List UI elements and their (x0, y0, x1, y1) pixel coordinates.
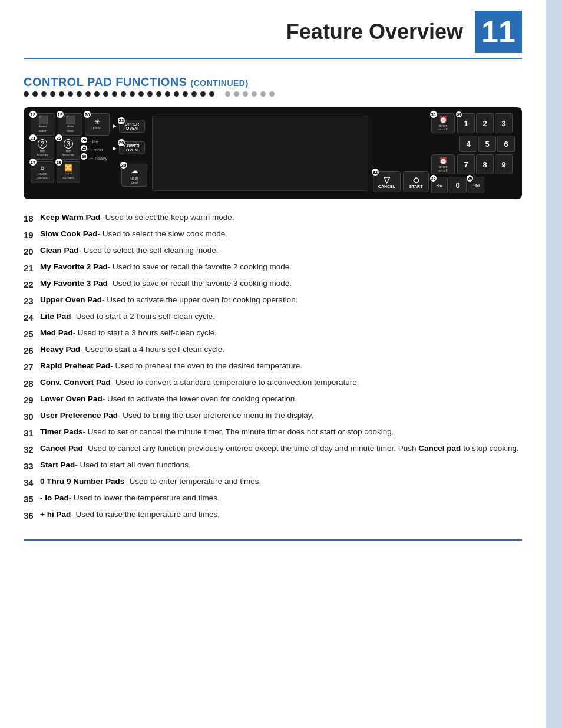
feature-item-35: 35 - lo Pad- Used to lower the temperatu… (24, 493, 522, 505)
feature-item-22: 22 My Favorite 3 Pad- Used to save or re… (24, 278, 522, 291)
pad-19[interactable]: 19 ⬛ slowcook (58, 113, 82, 136)
pad-28[interactable]: 28 🔀 convconvert (57, 161, 80, 183)
dots-divider (24, 91, 522, 97)
page-title: Feature Overview (24, 19, 475, 44)
feature-item-32: 32 Cancel Pad- Used to cancel any functi… (24, 443, 522, 456)
numpad-1[interactable]: 34 1 (457, 113, 475, 133)
numpad-8[interactable]: 8 (476, 154, 494, 174)
control-panel-diagram: 18 ⬛ keepwarm 19 ⬛ slowcook 20 ✳ clean (24, 107, 522, 199)
feature-item-25: 25 Med Pad- Used to start a 3 hours self… (24, 328, 522, 340)
page-number: 11 (475, 11, 522, 53)
sidebar-decoration (546, 0, 562, 728)
feature-list: 18 Keep Warm Pad- Used to select the kee… (24, 212, 522, 522)
pad-31-top[interactable]: 31 ⏰ timeron-off (431, 113, 455, 133)
numpad-4[interactable]: 4 (459, 136, 477, 152)
feature-item-33: 33 Start Pad- Used to start all oven fun… (24, 460, 522, 472)
pad-31-bottom[interactable]: ⏰ timeron-off (431, 154, 455, 174)
feature-item-20: 20 Clean Pad- Used to select the self-cl… (24, 245, 522, 258)
panel-display (152, 116, 368, 191)
numpad-7[interactable]: 7 (457, 154, 475, 174)
feature-item-28: 28 Conv. Convert Pad- Used to convert a … (24, 377, 522, 390)
pad-22[interactable]: 22 3 myfavorite (57, 137, 80, 160)
numpad-9[interactable]: 9 (495, 154, 513, 174)
feature-item-31: 31 Timer Pads- Used to set or cancel the… (24, 427, 522, 439)
feature-item-19: 19 Slow Cook Pad- Used to select the slo… (24, 229, 522, 241)
numpad-5[interactable]: 5 (478, 136, 496, 152)
pad-30[interactable]: 30 ☁ userpref (121, 164, 147, 187)
pad-36[interactable]: 36 +hi (468, 177, 484, 193)
page-header: Feature Overview 11 (24, 0, 522, 59)
pad-33[interactable]: ◇ START (403, 171, 429, 192)
numpad-3[interactable]: 3 (495, 113, 513, 133)
feature-item-26: 26 Heavy Pad- Used to start a 4 hours se… (24, 344, 522, 357)
feature-item-24: 24 Lite Pad- Used to start a 2 hours sel… (24, 311, 522, 324)
section-title: CONTROL PAD FUNCTIONS (CONTINUED) (24, 75, 249, 88)
numpad-0[interactable]: 0 (449, 177, 467, 193)
feature-item-23: 23 Upper Oven Pad- Used to activate the … (24, 295, 522, 307)
pad-20[interactable]: 20 ✳ clean (85, 113, 110, 136)
feature-item-30: 30 User Preference Pad- Used to bring th… (24, 410, 522, 423)
feature-item-34: 34 0 Thru 9 Number Pads- Used to enter t… (24, 476, 522, 489)
feature-item-21: 21 My Favorite 2 Pad- Used to save or re… (24, 262, 522, 274)
feature-item-36: 36 + hi Pad- Used to raise the temperatu… (24, 509, 522, 522)
pad-29[interactable]: 29 LOWEROVEN (119, 141, 145, 154)
panel-right: 31 ⏰ timeron-off 34 1 2 3 4 (431, 113, 515, 193)
numpad-2[interactable]: 2 (476, 113, 494, 133)
pad-23[interactable]: 23 UPPEROVEN (119, 120, 145, 133)
numpad-6[interactable]: 6 (497, 136, 515, 152)
pad-35[interactable]: 35 -lo (431, 177, 448, 193)
feature-item-27: 27 Rapid Preheat Pad- Used to preheat th… (24, 361, 522, 373)
pad-21[interactable]: 21 2 myfavorite (31, 137, 54, 160)
panel-left-pads: 18 ⬛ keepwarm 19 ⬛ slowcook 20 ✳ clean (31, 113, 110, 193)
pad-32[interactable]: 32 ▽ CANCEL (373, 171, 401, 192)
pad-27[interactable]: 27 » rapidpreheat (31, 161, 54, 183)
pad-18[interactable]: 18 ⬛ keepwarm (31, 113, 55, 136)
feature-item-18: 18 Keep Warm Pad- Used to select the kee… (24, 212, 522, 225)
bottom-divider (24, 539, 522, 541)
feature-item-29: 29 Lower Oven Pad- Used to activate the … (24, 394, 522, 406)
